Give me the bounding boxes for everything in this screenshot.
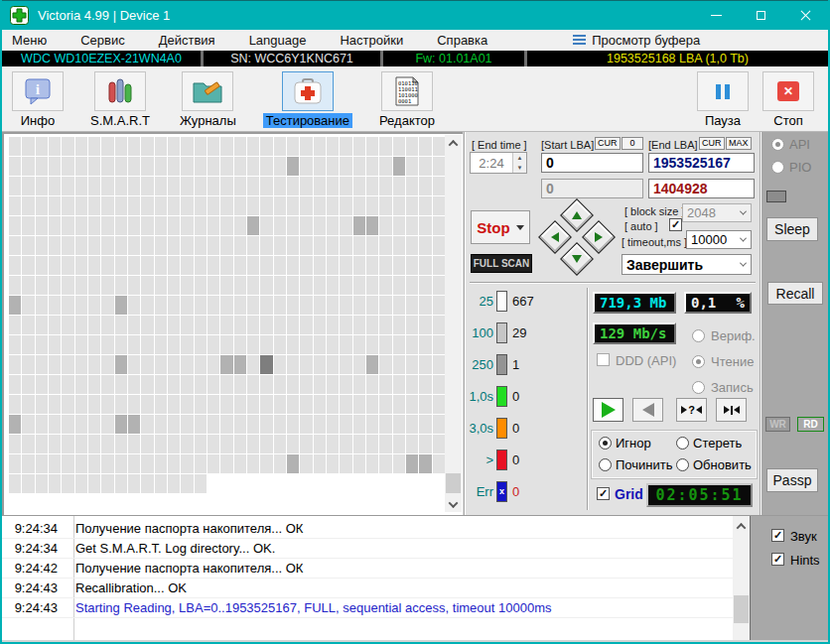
scan-block bbox=[247, 256, 259, 275]
end-lba-max-button[interactable]: MAX bbox=[726, 137, 752, 150]
defect-radio-Обновить[interactable] bbox=[676, 458, 689, 471]
scan-block bbox=[9, 375, 21, 394]
seek-left-button[interactable] bbox=[538, 220, 572, 254]
mode-radio-Запись[interactable] bbox=[692, 381, 705, 394]
passp-button[interactable]: Passp bbox=[766, 468, 818, 492]
scroll-up-icon[interactable] bbox=[733, 518, 750, 534]
scan-block bbox=[274, 157, 286, 176]
scan-block bbox=[155, 316, 167, 334]
scan-stop-button[interactable]: Stop bbox=[471, 210, 530, 244]
scan-block bbox=[379, 256, 391, 275]
back-button[interactable] bbox=[632, 398, 663, 422]
timeout-combo[interactable]: 10000 bbox=[686, 230, 752, 249]
defect-radio-Стереть[interactable] bbox=[676, 437, 689, 450]
maximize-button[interactable] bbox=[739, 1, 783, 30]
menu-item[interactable]: Справка bbox=[437, 33, 487, 48]
seek-right-button[interactable] bbox=[582, 220, 616, 254]
close-button[interactable] bbox=[783, 1, 828, 30]
api-radio[interactable] bbox=[771, 138, 784, 151]
scan-block bbox=[155, 276, 167, 295]
ddd-checkbox[interactable] bbox=[597, 353, 610, 366]
scan-block bbox=[353, 335, 365, 354]
end-lba-cur-button[interactable]: CUR bbox=[699, 137, 725, 150]
scan-block bbox=[419, 435, 431, 453]
start-lba-input[interactable]: 0 bbox=[541, 153, 643, 173]
scan-block bbox=[22, 355, 34, 374]
on-end-action-combo[interactable]: Завершить bbox=[622, 254, 752, 275]
tab-S.M.A.R.T[interactable]: S.M.A.R.T bbox=[87, 71, 153, 131]
sound-checkbox[interactable]: ✓ bbox=[771, 529, 784, 542]
log-scrollbar[interactable] bbox=[733, 516, 750, 640]
scan-block bbox=[115, 335, 127, 354]
menu-item[interactable]: Меню bbox=[12, 33, 47, 48]
latency-color-block bbox=[496, 354, 507, 375]
scan-grid-scrollbar[interactable] bbox=[445, 135, 462, 512]
scan-block bbox=[300, 395, 312, 414]
scan-block bbox=[168, 137, 180, 156]
auto-checkbox[interactable]: ✓ bbox=[669, 218, 682, 231]
scan-block bbox=[433, 296, 445, 315]
scan-block bbox=[327, 256, 339, 275]
pio-radio[interactable] bbox=[771, 161, 784, 174]
window-title: Victoria 4.99 | Device 1 bbox=[38, 8, 170, 23]
scan-block bbox=[128, 454, 140, 473]
tab-Журналы[interactable]: Журналы bbox=[177, 71, 239, 131]
scroll-down-icon[interactable] bbox=[445, 496, 462, 512]
recall-button[interactable]: Recall bbox=[767, 282, 823, 305]
scan-block bbox=[406, 355, 418, 374]
tab-Инфо[interactable]: iИнфо bbox=[12, 71, 64, 131]
full-scan-button[interactable]: FULL SCAN bbox=[471, 254, 532, 273]
spin-down-icon[interactable]: ▼ bbox=[513, 163, 526, 173]
menu-item[interactable]: Действия bbox=[159, 33, 215, 48]
scroll-up-icon[interactable] bbox=[445, 135, 462, 151]
menu-item[interactable]: Настройки bbox=[340, 33, 403, 48]
scrollbar-thumb[interactable] bbox=[446, 473, 461, 493]
scan-block bbox=[101, 236, 113, 255]
log-time: 9:24:43 bbox=[2, 580, 66, 595]
seek-down-button[interactable] bbox=[560, 242, 594, 276]
scan-block bbox=[88, 335, 100, 354]
scan-block bbox=[181, 316, 193, 334]
sleep-button[interactable]: Sleep bbox=[766, 217, 818, 241]
scan-block bbox=[379, 395, 391, 414]
scan-block bbox=[36, 454, 48, 473]
tab-Редактор[interactable]: 0101101100111010000001Редактор bbox=[376, 71, 438, 131]
scrollbar-thumb[interactable] bbox=[734, 595, 749, 623]
defect-radio-Починить[interactable] bbox=[599, 458, 612, 471]
grid-checkbox[interactable]: ✓ bbox=[597, 487, 610, 500]
play-button[interactable] bbox=[593, 398, 623, 422]
edge-seek-button[interactable] bbox=[716, 398, 747, 422]
pause-button[interactable]: Пауза bbox=[697, 71, 749, 131]
menu-item[interactable]: Language bbox=[249, 33, 307, 48]
scan-block bbox=[379, 216, 391, 235]
hints-checkbox[interactable]: ✓ bbox=[771, 553, 784, 566]
buffer-view-button[interactable]: Просмотр буфера bbox=[573, 33, 700, 48]
start-lba-zero-button[interactable]: 0 bbox=[622, 137, 643, 150]
scan-block bbox=[366, 177, 378, 195]
minimize-button[interactable] bbox=[694, 1, 739, 30]
title-bar[interactable]: Victoria 4.99 | Device 1 bbox=[2, 0, 828, 30]
scan-block bbox=[49, 316, 61, 334]
scan-block bbox=[49, 256, 61, 275]
seek-test-button[interactable]: ? bbox=[676, 398, 707, 422]
tab-Тестирование[interactable]: Тестирование bbox=[263, 71, 352, 131]
mode-radio-Вериф.[interactable] bbox=[692, 329, 705, 342]
spin-up-icon[interactable]: ▲ bbox=[513, 153, 526, 163]
end-time-spinner[interactable]: 2:24 ▲▼ bbox=[470, 152, 527, 174]
defect-radio-Игнор[interactable] bbox=[599, 437, 612, 450]
sound-label: Звук bbox=[790, 529, 817, 544]
scan-block bbox=[128, 375, 140, 394]
menu-item[interactable]: Сервис bbox=[80, 33, 125, 48]
start-lba-cur-button[interactable]: CUR bbox=[595, 137, 621, 150]
latency-count: 0 bbox=[512, 484, 519, 499]
scan-block bbox=[141, 157, 153, 176]
scan-block bbox=[141, 316, 153, 334]
end-lba-input[interactable]: 1953525167 bbox=[648, 153, 755, 173]
api-label: API bbox=[789, 137, 810, 152]
scan-block bbox=[62, 355, 73, 374]
stop-task-button[interactable]: ✕ Стоп bbox=[762, 71, 814, 131]
scan-block bbox=[300, 216, 312, 235]
mode-radio-Чтение[interactable] bbox=[692, 355, 705, 368]
seek-up-button[interactable] bbox=[560, 198, 594, 232]
scan-block bbox=[287, 236, 299, 255]
